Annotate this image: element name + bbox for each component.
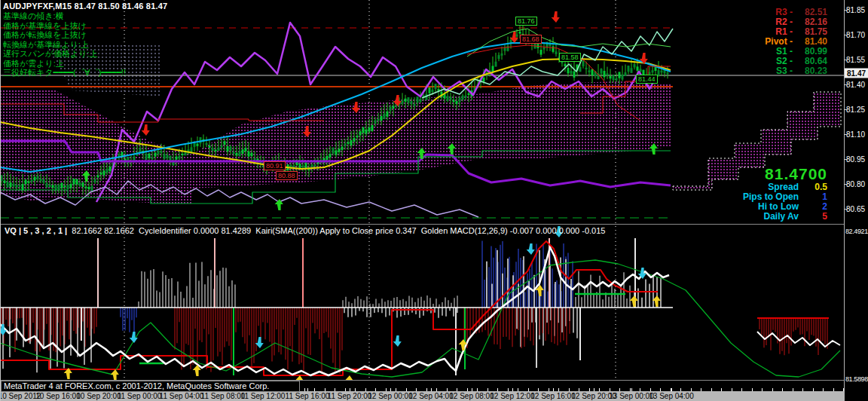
main-price-chart[interactable]: [0, 0, 844, 224]
indicator-scale-label: 82.4921: [845, 228, 868, 235]
alert-price-label: 80.91: [264, 161, 286, 170]
quote-panel: 81.4700 Spread0.5Pips to Open1Hi to Low2…: [743, 166, 827, 222]
pivot-value: 80.23: [793, 66, 827, 76]
vq-white: [0, 247, 669, 375]
indicator-title: VQ | 5 , 3 , 2 , 1 |: [5, 226, 67, 235]
pivot-name: S3 -: [738, 66, 793, 76]
quote-value: 5: [799, 212, 827, 222]
price-tick-label: 81.85: [846, 6, 865, 14]
time-label: 13 Sep 04:00: [649, 391, 694, 401]
time-label: 12 Sep 08:00: [449, 391, 494, 401]
panel-splitter[interactable]: [0, 224, 868, 225]
time-label: 11 Sep 04:00: [160, 391, 204, 401]
signal-line: 三役好転キタ━━━━(゜∀゜)━━━━!!: [3, 68, 126, 78]
price-axis[interactable]: 81.8581.7081.5581.4081.2581.1080.9580.80…: [844, 0, 868, 401]
alert-price-label: 81.68: [520, 35, 542, 44]
price-tick-label: 81.55: [846, 56, 865, 64]
time-axis[interactable]: 10 Sep 201210 Sep 16:0010 Sep 20:0011 Se…: [0, 391, 844, 401]
ichimoku-cloud: [482, 81, 671, 160]
time-label: 12 Sep 12:00: [490, 391, 535, 401]
ichimoku-cloud: [192, 93, 482, 188]
pivot-row: S3 -80.23: [738, 66, 827, 76]
indicator-scale-label: 81.5898: [845, 375, 868, 383]
time-label: 11 Sep 08:00: [201, 391, 246, 401]
pivot-levels-panel: R3 -82.51R2 -82.16R1 -81.75Pivot -81.40S…: [738, 8, 827, 76]
time-label: 10 Sep 2012: [0, 391, 41, 401]
price-tick-label: 80.95: [846, 155, 865, 164]
quote-row: Daily Av5: [743, 212, 827, 222]
signal-line: 転換線が基準線より:上: [3, 40, 126, 50]
current-price-readout: 81.4700: [743, 166, 827, 182]
signal-line: 価格が雲より:上: [3, 59, 126, 69]
price-tick-label: 81.25: [846, 106, 865, 114]
signal-down-arrow: [527, 243, 535, 255]
time-label: 12 Sep 04:00: [408, 391, 454, 401]
price-tick-label: 81.10: [846, 130, 865, 139]
status-bar: MetaTrader 4 at FOREX.com, c 2001-2012, …: [1, 381, 300, 392]
time-label: 11 Sep 12:00: [241, 391, 286, 401]
time-label: 10 Sep 16:00: [35, 391, 81, 401]
signal-down-arrow: [552, 11, 560, 23]
indicator-values: 82.1662 82.1662 CycleIdentifier 0.0000 8…: [67, 226, 605, 235]
indicator-header: VQ | 5 , 3 , 2 , 1 | 82.1662 82.1662 Cyc…: [5, 226, 605, 235]
mt4-window: AUDJPYFXF,M15 81.47 81.50 81.46 81.47 基準…: [0, 0, 868, 401]
time-label: 11 Sep 00:00: [118, 391, 162, 401]
price-tick-label: 80.65: [846, 205, 865, 213]
indicator-subchart[interactable]: [0, 226, 844, 381]
signal-line: 価格が基準線を上抜け: [3, 21, 126, 31]
price-tick-label: 80.80: [846, 180, 865, 188]
signal-line: 遅行スパンが価格より:上: [3, 49, 126, 59]
signal-down-arrow: [142, 124, 150, 136]
time-label: 10 Sep 20:00: [76, 391, 121, 401]
alert-price-label: 81.76: [515, 17, 537, 26]
signal-line: 価格が転換線を上抜け: [3, 30, 126, 40]
time-label: 12 Sep 00:00: [368, 391, 413, 401]
current-price-box: 81.47: [845, 69, 868, 78]
time-label: 11 Sep 20:00: [328, 391, 372, 401]
signal-down-arrow: [393, 335, 402, 347]
signal-line: 基準線の傾き:横: [3, 11, 126, 21]
price-tick-label: 81.40: [846, 81, 865, 89]
price-tick-label: 81.70: [846, 31, 865, 39]
status-text: MetaTrader 4 at FOREX.com, c 2001-2012, …: [4, 381, 269, 390]
alert-price-label: 80.88: [276, 171, 298, 180]
time-label: 13 Sep 00:00: [609, 391, 654, 401]
alert-price-label: 81.44: [636, 75, 658, 84]
time-label: 11 Sep 16:00: [286, 391, 330, 401]
signal-up-arrow: [630, 295, 638, 307]
ichimoku-signal-text: 基準線の傾き:横価格が基準線を上抜け価格が転換線を上抜け転換線が基準線より:上遅…: [3, 11, 126, 78]
alert-price-label: 81.58: [559, 53, 581, 62]
symbol-ohlc-readout: AUDJPYFXF,M15 81.47 81.50 81.46 81.47: [3, 2, 167, 11]
green-signal: [0, 260, 840, 377]
time-label: 12 Sep 16:00: [530, 391, 576, 401]
quote-label: Daily Av: [764, 212, 799, 222]
signal-up-arrow: [111, 369, 119, 381]
